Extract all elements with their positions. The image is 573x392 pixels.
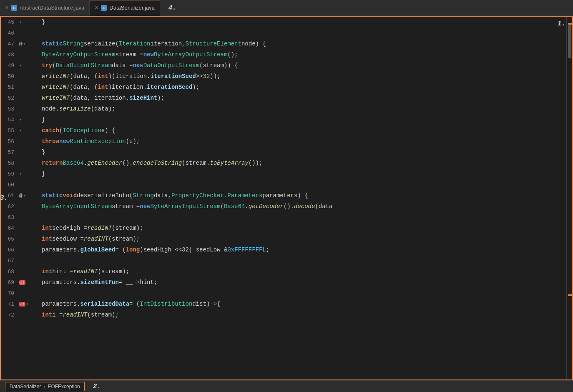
line-num-67: 67 [1,258,18,264]
line-num-54: 54 [1,117,18,123]
line-num-64: 64 [1,225,18,231]
close-icon-active[interactable]: ✕ [95,5,98,10]
code-line-72: int i = readINT(stream); [42,309,566,320]
scrollbar[interactable] [566,17,572,379]
code-line-54: } [42,114,566,125]
code-line-64: int seedHigh = readINT(stream); [42,223,566,234]
line-num-71: 71 [1,301,18,307]
scrollbar-mark-bottom [568,294,572,296]
fold-icon-49[interactable]: ▾ [19,63,22,68]
line-num-58: 58 [1,160,18,166]
code-line-56: throw new RuntimeException(e); [42,136,566,147]
line-num-45: 45 [1,19,18,25]
code-line-62: ByteArrayInputStream stream = new ByteAr… [42,201,566,212]
breadcrumb-item: EOFException [48,384,80,389]
tab-abstract-label: AbstractDataStructure.java [20,5,84,11]
warn-icon-71: ⚠↑ [19,302,25,307]
line-num-69: 69 [1,279,18,286]
at-icon-61: @ [19,193,23,199]
line-num-53: 53 [1,106,18,112]
class-icon: C [11,5,17,11]
breadcrumb: DataSerializer › EOFException [5,382,85,391]
line-num-57: 57 [1,149,18,156]
code-line-46 [42,28,566,38]
scrollbar-mark-top [568,23,572,25]
line-num-65: 65 [1,236,18,242]
class-icon-active: C [101,5,107,11]
tab-serializer-label: DataSerializer.java [109,5,154,11]
tab-number-annotation: 4. [168,4,176,12]
editor-container: 3. 1. 45▾ 46 47@▾ 48 49▾ 50 51 52 53 54▾… [0,16,573,380]
code-line-66: parameters.globalSeed = (long)seedHigh <… [42,244,566,255]
breadcrumb-class: DataSerializer [10,384,41,389]
line-num-62: 62 [1,204,18,210]
tab-abstract[interactable]: ✕ C AbstractDataStructure.java [0,0,90,16]
code-line-69: parameters.sizeHintFun = __ -> hint; [42,277,566,288]
line-num-56: 56 [1,138,18,145]
line-num-51: 51 [1,84,18,90]
close-icon[interactable]: ✕ [5,5,9,10]
scrollbar-thumb[interactable] [568,25,571,58]
line-num-52: 52 [1,95,18,101]
code-line-47: static String serialize(Iteration iterat… [42,38,566,49]
line-num-59: 59 [1,171,18,177]
fold-icon-54[interactable]: ▾ [19,117,22,122]
line-num-46: 46 [1,30,18,36]
line-gutter: 45▾ 46 47@▾ 48 49▾ 50 51 52 53 54▾ 55▾ 5… [1,17,38,379]
line-num-61: 61 [1,193,18,199]
code-editor[interactable]: } static String serialize(Iteration iter… [38,17,566,379]
fold-icon-55[interactable]: ▾ [19,128,22,133]
code-line-70 [42,288,566,299]
line-num-72: 72 [1,312,18,318]
code-line-50: writeINT(data, (int)(iteration.iteration… [42,71,566,82]
line-num-70: 70 [1,290,18,297]
code-line-48: ByteArrayOutputStream stream = new ByteA… [42,49,566,60]
code-line-60 [42,179,566,190]
code-line-49: try (DataOutputStream data = new DataOut… [42,60,566,71]
tab-bar: ✕ C AbstractDataStructure.java ✕ C DataS… [0,0,573,16]
line-num-55: 55 [1,128,18,134]
code-line-61: static void deserializeInto(String data,… [42,190,566,201]
line-num-68: 68 [1,269,18,275]
line-num-60: 60 [1,182,18,188]
tab-serializer[interactable]: ✕ C DataSerializer.java [90,0,160,16]
breadcrumb-separator: › [43,384,45,389]
fold-icon-61[interactable]: ▾ [23,193,26,198]
fold-icon-47[interactable]: ▾ [23,41,26,46]
code-line-52: writeINT(data, iteration.sizeHint); [42,93,566,103]
code-line-55: catch (IOException e) { [42,125,566,136]
line-num-47: 47 [1,41,18,47]
line-num-49: 49 [1,63,18,69]
code-line-68: int hint = readINT(stream); [42,266,566,277]
line-num-48: 48 [1,52,18,58]
code-line-51: writeINT(data, (int)iteration.iterationS… [42,82,566,93]
status-bar: DataSerializer › EOFException 2. [0,380,573,392]
line-num-50: 50 [1,73,18,80]
code-line-53: node.serialize(data); [42,103,566,114]
warn-icon-69: ⚠↑ [19,280,25,285]
code-line-65: int seedLow = readINT(stream); [42,234,566,244]
fold-icon-71[interactable]: ▾ [26,302,29,307]
at-icon-47: @ [19,41,23,47]
code-line-71: parameters.serializedData = (IntDistribu… [42,299,566,309]
code-line-59: } [42,168,566,179]
line-num-66: 66 [1,247,18,253]
bottom-annotation: 2. [93,383,101,390]
code-line-45: } [42,17,566,28]
line-num-63: 63 [1,214,18,221]
code-line-57: } [42,147,566,158]
fold-icon-59[interactable]: ▾ [19,171,22,176]
code-line-58: return Base64.getEncoder().encodeToStrin… [42,158,566,168]
code-line-67 [42,255,566,266]
fold-icon-45[interactable]: ▾ [19,20,22,25]
code-line-63 [42,212,566,223]
